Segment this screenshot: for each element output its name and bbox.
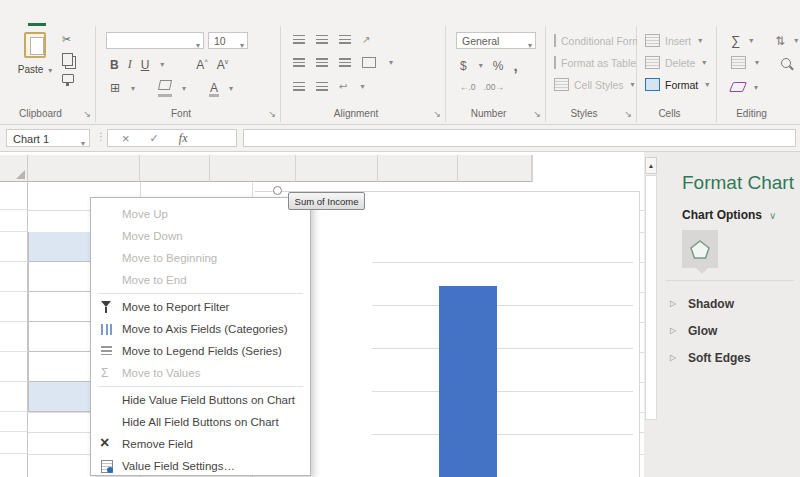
column-header[interactable] xyxy=(296,155,378,182)
ribbon-tab[interactable] xyxy=(190,14,208,26)
menu-item[interactable]: Move to Report Filter xyxy=(91,296,310,318)
alignment-dialog-launcher[interactable]: ↘ xyxy=(433,109,441,119)
formula-input[interactable] xyxy=(243,129,796,147)
increase-decimal-icon[interactable]: ←.0 xyxy=(460,82,476,92)
row-header[interactable] xyxy=(0,262,28,292)
chart-bar[interactable] xyxy=(439,286,497,477)
align-middle-icon[interactable] xyxy=(316,35,328,44)
menu-item[interactable]: Hide Value Field Buttons on Chart xyxy=(91,389,310,411)
clear-icon[interactable] xyxy=(729,82,747,92)
delete-cells-button[interactable]: Delete▾ xyxy=(645,56,706,69)
paste-button[interactable]: Paste ▾ xyxy=(12,32,58,75)
select-all-button[interactable] xyxy=(0,155,28,182)
column-header[interactable] xyxy=(210,155,296,182)
increase-indent-icon[interactable] xyxy=(316,82,328,91)
clipboard-dialog-launcher[interactable]: ↘ xyxy=(83,109,91,119)
column-header[interactable] xyxy=(28,155,140,182)
scroll-up-icon[interactable]: ▲ xyxy=(645,157,657,174)
wrap-text-icon[interactable]: ↩ xyxy=(339,81,347,92)
menu-item[interactable]: Move to End xyxy=(91,269,310,291)
insert-cells-button[interactable]: Insert▾ xyxy=(645,34,702,47)
menu-item[interactable]: Move Up xyxy=(91,203,310,225)
align-bottom-icon[interactable] xyxy=(339,35,351,44)
ribbon-tab[interactable] xyxy=(28,14,46,26)
sort-filter-icon[interactable]: ⇅ xyxy=(775,34,785,48)
ribbon-tab[interactable] xyxy=(154,14,172,26)
orientation-icon[interactable]: ↗ xyxy=(362,34,370,45)
number-dialog-launcher[interactable]: ↘ xyxy=(533,109,541,119)
row-header[interactable] xyxy=(0,382,28,412)
cell-styles-button[interactable]: Cell Styles▾ xyxy=(554,78,637,91)
row-header[interactable] xyxy=(0,210,28,232)
comma-icon[interactable]: , xyxy=(513,57,517,74)
format-cells-button[interactable]: Format▾ xyxy=(645,78,709,91)
chart-selection-handle[interactable] xyxy=(273,186,282,195)
ribbon-tab[interactable] xyxy=(208,14,226,26)
italic-icon[interactable]: I xyxy=(128,57,132,72)
align-top-icon[interactable] xyxy=(293,35,305,44)
menu-item[interactable]: Hide All Field Buttons on Chart xyxy=(91,411,310,433)
row-header[interactable] xyxy=(0,412,28,432)
styles-dialog-launcher[interactable]: ↘ xyxy=(624,109,632,119)
percent-icon[interactable]: % xyxy=(493,59,504,73)
align-left-icon[interactable] xyxy=(293,58,305,67)
ribbon-tab[interactable] xyxy=(82,14,100,26)
font-color-icon[interactable]: A xyxy=(210,82,218,94)
ribbon-tab[interactable] xyxy=(64,14,82,26)
row-header[interactable] xyxy=(0,352,28,382)
align-right-icon[interactable] xyxy=(339,58,351,67)
menu-item[interactable]: Value Field Settings… xyxy=(91,455,310,477)
menu-item[interactable]: Move to Beginning xyxy=(91,247,310,269)
scrollbar-thumb[interactable] xyxy=(645,175,657,420)
conditional-formatting-button[interactable]: Conditional Formatting▾ xyxy=(554,34,637,47)
effects-section-row[interactable]: ▷ Soft Edges xyxy=(670,344,800,371)
row-header[interactable] xyxy=(0,182,28,210)
font-size-select[interactable]: 10▾ xyxy=(208,32,248,49)
shrink-font-icon[interactable]: Av xyxy=(217,58,229,72)
row-header[interactable] xyxy=(0,454,28,477)
menu-item[interactable]: Move to Values xyxy=(91,362,310,384)
row-header[interactable] xyxy=(0,322,28,352)
merge-center-icon[interactable] xyxy=(362,57,376,68)
decrease-decimal-icon[interactable]: .00→ xyxy=(484,82,504,92)
column-header[interactable] xyxy=(532,155,533,182)
autosum-icon[interactable]: ∑ xyxy=(731,33,740,48)
chart-field-button[interactable]: Sum of Income xyxy=(288,192,365,210)
column-header[interactable] xyxy=(378,155,458,182)
bold-icon[interactable]: B xyxy=(110,58,119,72)
ribbon-tab[interactable] xyxy=(136,14,154,26)
fill-icon[interactable] xyxy=(731,56,746,69)
column-header[interactable] xyxy=(140,155,210,182)
name-box[interactable]: Chart 1▾ xyxy=(6,129,90,147)
formula-bar-splitter[interactable]: ⋮ xyxy=(96,131,106,142)
borders-icon[interactable]: ⊞ xyxy=(110,81,120,95)
scissors-cut-icon[interactable]: ✂ xyxy=(62,34,74,45)
ribbon-tab[interactable] xyxy=(226,14,244,26)
row-header[interactable] xyxy=(0,232,28,262)
fill-color-icon[interactable] xyxy=(159,82,171,94)
effects-section-row[interactable]: ▷ Glow xyxy=(670,317,800,344)
effects-tab[interactable] xyxy=(682,230,718,268)
column-header[interactable] xyxy=(458,155,532,182)
enter-icon[interactable]: ✓ xyxy=(150,132,159,145)
grow-font-icon[interactable]: A^ xyxy=(196,58,207,72)
find-icon[interactable] xyxy=(781,58,791,68)
menu-item[interactable]: Move to Axis Fields (Categories) xyxy=(91,318,310,340)
decrease-indent-icon[interactable] xyxy=(293,82,305,91)
copy-icon[interactable] xyxy=(62,53,73,66)
align-center-icon[interactable] xyxy=(316,58,328,67)
ribbon-tab[interactable] xyxy=(100,14,118,26)
format-painter-icon[interactable] xyxy=(62,74,74,83)
currency-icon[interactable]: $ xyxy=(460,59,467,73)
menu-item[interactable]: Move Down xyxy=(91,225,310,247)
font-dialog-launcher[interactable]: ↘ xyxy=(268,109,276,119)
format-as-table-button[interactable]: Format as Table▾ xyxy=(554,56,637,69)
vertical-scrollbar[interactable]: ▲ xyxy=(644,152,658,477)
menu-item[interactable]: Remove Field xyxy=(91,433,310,455)
ribbon-tab[interactable] xyxy=(46,14,64,26)
insert-function-icon[interactable]: fx xyxy=(179,131,188,146)
ribbon-tab[interactable] xyxy=(118,14,136,26)
cancel-icon[interactable]: × xyxy=(122,131,130,146)
ribbon-tab[interactable] xyxy=(10,14,28,26)
font-name-select[interactable]: ▾ xyxy=(106,32,204,49)
